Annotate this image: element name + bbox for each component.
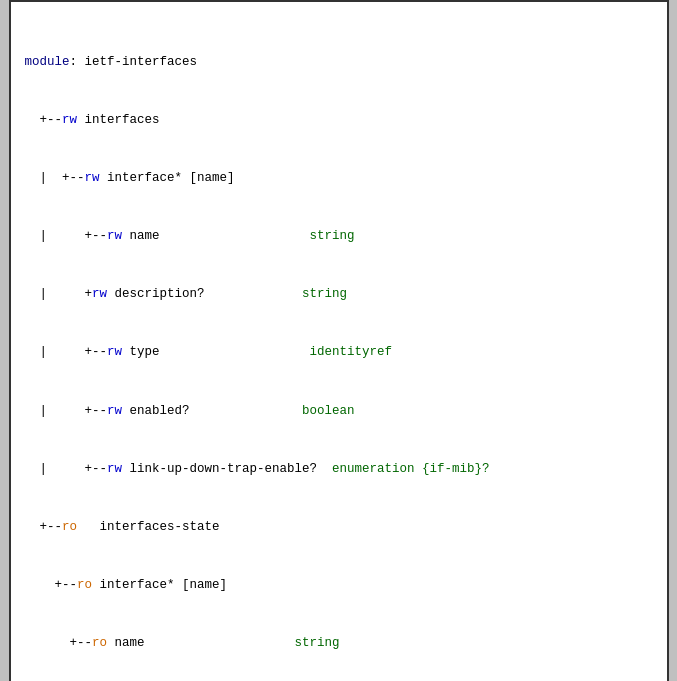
line-4: | +--rw name string	[25, 227, 653, 246]
line-10: +--ro interface* [name]	[25, 576, 653, 595]
line-5: | +rw description? string	[25, 285, 653, 304]
line-9: +--ro interfaces-state	[25, 518, 653, 537]
line-3: | +--rw interface* [name]	[25, 169, 653, 188]
line-8: | +--rw link-up-down-trap-enable? enumer…	[25, 460, 653, 479]
line-7: | +--rw enabled? boolean	[25, 402, 653, 421]
main-container: DrAWay module: ietf-interfaces +--rw int…	[9, 0, 669, 681]
code-content: module: ietf-interfaces +--rw interfaces…	[25, 14, 653, 681]
line-2: +--rw interfaces	[25, 111, 653, 130]
line-11: +--ro name string	[25, 634, 653, 653]
line-1: module: ietf-interfaces	[25, 53, 653, 72]
line-6: | +--rw type identityref	[25, 343, 653, 362]
